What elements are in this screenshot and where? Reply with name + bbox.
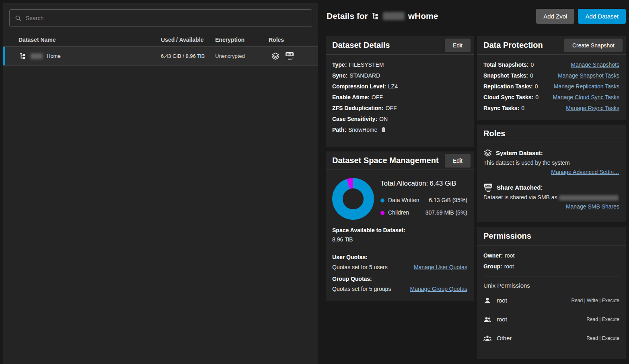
children-dot (380, 211, 384, 215)
manage-user-quotas-link[interactable]: Manage User Quotas (414, 262, 467, 272)
manage-snapshot-tasks-link[interactable]: Manage Snapshot Tasks (558, 70, 619, 81)
user-quotas-row: Quotas set for 5 users Manage User Quota… (332, 262, 467, 272)
dataset-icon (19, 53, 27, 60)
smb-share-icon: SMB (285, 52, 294, 60)
groups-icon (483, 334, 491, 342)
person-icon (483, 297, 491, 305)
column-header-roles: Roles (269, 37, 318, 43)
edit-space-management-button[interactable]: Edit (445, 154, 471, 168)
field-case-sensitivity: Case Sensitivity:ON (332, 114, 467, 125)
allocation-chart: Total Allocation:6.43 GiB Data Written 6… (332, 175, 467, 225)
redaction-block (31, 53, 43, 59)
redaction-block (383, 12, 405, 20)
share-attached-text: Dataset is shared via SMB asand (483, 193, 619, 202)
system-dataset-text: This dataset is used by the system (483, 158, 619, 168)
group-quotas-label: Group Quotas: (332, 274, 467, 284)
share-attached-role: SMB Share Attached: Dataset is shared vi… (483, 182, 619, 211)
create-snapshot-button[interactable]: Create Snapshot (564, 39, 623, 52)
page-title-name: wHome (408, 11, 438, 21)
field-compression: Compression Level:LZ4 (332, 81, 467, 92)
field-sync: Sync:STANDARD (332, 70, 467, 81)
edit-dataset-details-button[interactable]: Edit (445, 39, 471, 52)
data-protection-card: Data Protection Create Snapshot Total Sn… (477, 36, 626, 120)
divider (483, 276, 619, 276)
middle-column: Dataset Details Edit Type:FILESYSTEM Syn… (326, 36, 474, 306)
roles-title: Roles (483, 129, 505, 138)
dataset-encryption: Unencrypted (215, 53, 269, 59)
manage-cloud-sync-tasks-link[interactable]: Manage Cloud Sync Tasks (553, 92, 620, 103)
redaction-block (559, 195, 619, 200)
add-zvol-button[interactable]: Add Zvol (536, 9, 574, 24)
manage-advanced-settings-link[interactable]: Manage Advanced Settin… (551, 169, 619, 175)
column-header-used-available: Used / Available (161, 37, 215, 43)
page-title: Details for wHome (327, 11, 438, 21)
space-management-card: Dataset Space Management Edit Total Allo… (326, 151, 474, 301)
unix-row-other: Other Read | Execute (483, 329, 619, 348)
group-quotas-text: Quotas set for 5 groups (332, 284, 391, 294)
header-buttons: Add Zvol Add Dataset (536, 9, 626, 24)
dataset-name: Home (47, 53, 61, 59)
allocation-donut (332, 178, 374, 220)
manage-rsync-tasks-link[interactable]: Manage Rsync Tasks (566, 103, 619, 114)
manage-group-quotas-link[interactable]: Manage Group Quotas (410, 284, 467, 294)
user-quotas-label: User Quotas: (332, 252, 467, 262)
unix-row-group: root Read | Execute (483, 310, 619, 329)
system-dataset-role: System Dataset: This dataset is used by … (483, 148, 619, 177)
system-dataset-icon (483, 149, 492, 157)
field-type: Type:FILESYSTEM (332, 59, 467, 70)
dataset-icon (372, 12, 379, 20)
manage-snapshots-link[interactable]: Manage Snapshots (571, 59, 619, 70)
column-header-dataset-name: Dataset Name (3, 37, 161, 43)
roles-card: Roles System Dataset: This dataset is us… (477, 125, 626, 222)
data-protection-title: Data Protection (483, 41, 543, 50)
dataset-used-available: 6.43 GiB / 8.96 TiB (161, 53, 215, 59)
people-icon (483, 315, 491, 323)
owner-line: Owner:root (483, 250, 619, 261)
user-quotas-text: Quotas set for 5 users (332, 262, 388, 272)
share-attached-label: Share Attached: (497, 182, 543, 193)
space-available-label: Space Available to Dataset: (332, 225, 467, 235)
dataset-details-card: Dataset Details Edit Type:FILESYSTEM Syn… (326, 36, 474, 147)
permissions-title: Permissions (483, 231, 531, 241)
total-allocation: Total Allocation:6.43 GiB (380, 180, 467, 188)
column-header-encryption: Encryption (215, 37, 269, 43)
search-icon (14, 14, 22, 22)
field-path: Path:SnowHome (332, 125, 467, 137)
permissions-card: Permissions Owner:root Group:root Unix P… (477, 227, 626, 359)
table-row[interactable]: Home 6.43 GiB / 8.96 TiB Unencrypted SMB (3, 47, 318, 65)
details-header: Details for wHome Add Zvol Add Dataset (327, 8, 626, 24)
manage-replication-tasks-link[interactable]: Manage Replication Tasks (554, 81, 619, 92)
dp-row-total-snapshots: Total Snapshots:0Manage Snapshots (483, 59, 619, 70)
page-title-prefix: Details for (327, 11, 368, 21)
dp-row-replication-tasks: Replication Tasks:0Manage Replication Ta… (483, 81, 619, 92)
right-column: Data Protection Create Snapshot Total Sn… (477, 36, 626, 364)
unix-permissions-title: Unix Permissions (483, 280, 619, 291)
field-atime: Enable Atime:OFF (332, 92, 467, 103)
copy-path-icon[interactable] (380, 126, 386, 137)
space-available-value: 8.96 TiB (332, 235, 467, 244)
dataset-details-title: Dataset Details (332, 41, 390, 50)
search-box (9, 9, 312, 27)
system-dataset-icon (271, 52, 280, 61)
datasets-panel: Dataset Name Used / Available Encryption… (3, 3, 318, 364)
space-management-title: Dataset Space Management (332, 156, 439, 165)
manage-smb-shares-link[interactable]: Manage SMB Shares (566, 203, 619, 210)
divider (332, 248, 467, 248)
unix-row-owner: root Read | Write | Execute (483, 291, 619, 310)
smb-share-icon: SMB (483, 184, 493, 192)
legend-item-children: Children 307.69 MiB (5%) (380, 207, 467, 219)
dp-row-rsync-tasks: Rsync Tasks:0Manage Rsync Tasks (483, 103, 619, 114)
add-dataset-button[interactable]: Add Dataset (578, 9, 626, 24)
dp-row-cloud-sync-tasks: Cloud Sync Tasks:0Manage Cloud Sync Task… (483, 92, 619, 103)
data-written-dot (380, 198, 384, 202)
table-header: Dataset Name Used / Available Encryption… (3, 33, 318, 47)
system-dataset-label: System Dataset: (496, 148, 543, 158)
legend-item-data-written: Data Written 6.13 GiB (95%) (380, 194, 467, 207)
group-line: Group:root (483, 261, 619, 272)
dp-row-snapshot-tasks: Snapshot Tasks:0Manage Snapshot Tasks (483, 70, 619, 81)
search-input[interactable] (26, 15, 307, 21)
group-quotas-row: Quotas set for 5 groups Manage Group Quo… (332, 284, 467, 294)
field-dedup: ZFS Deduplication:OFF (332, 103, 467, 114)
